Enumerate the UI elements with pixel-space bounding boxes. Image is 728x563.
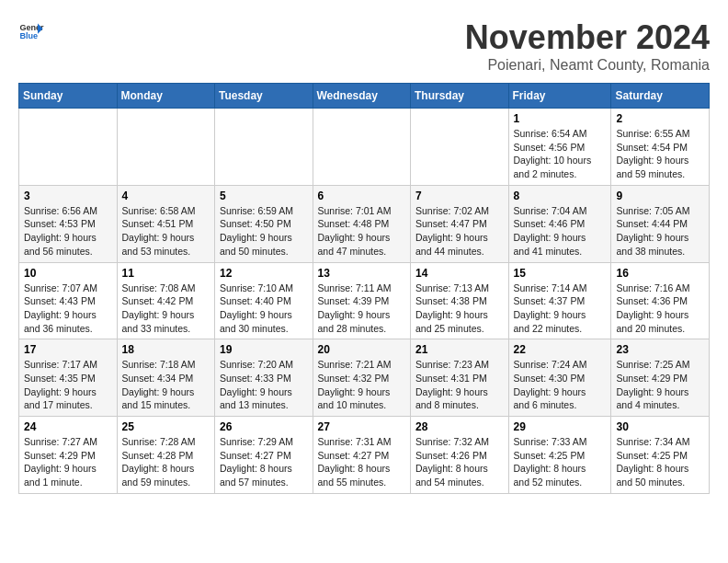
calendar-cell: 6Sunrise: 7:01 AM Sunset: 4:48 PM Daylig… xyxy=(313,185,411,262)
calendar-cell: 12Sunrise: 7:10 AM Sunset: 4:40 PM Dayli… xyxy=(215,262,313,339)
day-info: Sunrise: 7:34 AM Sunset: 4:25 PM Dayligh… xyxy=(616,435,704,489)
day-info: Sunrise: 7:13 AM Sunset: 4:38 PM Dayligh… xyxy=(415,282,504,336)
day-info: Sunrise: 7:25 AM Sunset: 4:29 PM Dayligh… xyxy=(616,358,704,412)
calendar-cell xyxy=(313,109,411,186)
calendar-cell: 4Sunrise: 6:58 AM Sunset: 4:51 PM Daylig… xyxy=(117,185,215,262)
day-number: 10 xyxy=(24,267,112,280)
calendar-cell: 19Sunrise: 7:20 AM Sunset: 4:33 PM Dayli… xyxy=(215,339,313,417)
calendar-cell: 1Sunrise: 6:54 AM Sunset: 4:56 PM Daylig… xyxy=(508,109,611,186)
day-info: Sunrise: 6:59 AM Sunset: 4:50 PM Dayligh… xyxy=(220,204,308,259)
day-info: Sunrise: 7:10 AM Sunset: 4:40 PM Dayligh… xyxy=(220,282,308,336)
day-number: 15 xyxy=(514,267,607,280)
calendar-cell: 25Sunrise: 7:28 AM Sunset: 4:28 PM Dayli… xyxy=(117,417,215,494)
day-info: Sunrise: 6:58 AM Sunset: 4:51 PM Dayligh… xyxy=(122,204,210,259)
day-number: 26 xyxy=(220,420,308,433)
calendar-cell: 30Sunrise: 7:34 AM Sunset: 4:25 PM Dayli… xyxy=(611,417,710,494)
day-number: 20 xyxy=(318,343,406,356)
calendar-cell: 16Sunrise: 7:16 AM Sunset: 4:36 PM Dayli… xyxy=(611,262,710,339)
calendar-cell: 9Sunrise: 7:05 AM Sunset: 4:44 PM Daylig… xyxy=(611,185,710,262)
day-info: Sunrise: 6:56 AM Sunset: 4:53 PM Dayligh… xyxy=(24,204,112,259)
day-info: Sunrise: 7:04 AM Sunset: 4:46 PM Dayligh… xyxy=(514,204,607,259)
day-info: Sunrise: 7:21 AM Sunset: 4:32 PM Dayligh… xyxy=(318,358,406,412)
day-number: 30 xyxy=(616,420,704,433)
day-number: 27 xyxy=(318,420,406,433)
day-number: 23 xyxy=(616,343,704,356)
day-info: Sunrise: 7:05 AM Sunset: 4:44 PM Dayligh… xyxy=(616,204,704,259)
calendar-cell: 5Sunrise: 6:59 AM Sunset: 4:50 PM Daylig… xyxy=(215,185,313,262)
calendar-cell: 18Sunrise: 7:18 AM Sunset: 4:34 PM Dayli… xyxy=(117,339,215,417)
month-title: November 2024 xyxy=(465,18,710,57)
day-number: 22 xyxy=(514,343,607,356)
calendar-cell: 24Sunrise: 7:27 AM Sunset: 4:29 PM Dayli… xyxy=(19,417,118,494)
calendar-table: SundayMondayTuesdayWednesdayThursdayFrid… xyxy=(18,83,710,494)
calendar-cell xyxy=(215,109,313,186)
calendar-cell: 3Sunrise: 6:56 AM Sunset: 4:53 PM Daylig… xyxy=(19,185,118,262)
day-info: Sunrise: 7:18 AM Sunset: 4:34 PM Dayligh… xyxy=(122,358,210,412)
calendar-cell: 29Sunrise: 7:33 AM Sunset: 4:25 PM Dayli… xyxy=(508,417,611,494)
day-number: 11 xyxy=(122,267,210,280)
header-day-tuesday: Tuesday xyxy=(215,84,313,109)
day-info: Sunrise: 7:28 AM Sunset: 4:28 PM Dayligh… xyxy=(122,435,210,489)
day-info: Sunrise: 7:01 AM Sunset: 4:48 PM Dayligh… xyxy=(318,204,406,259)
header-day-thursday: Thursday xyxy=(411,84,509,109)
day-number: 1 xyxy=(514,112,607,125)
day-info: Sunrise: 7:29 AM Sunset: 4:27 PM Dayligh… xyxy=(220,435,308,489)
day-number: 13 xyxy=(318,267,406,280)
calendar-header-row: SundayMondayTuesdayWednesdayThursdayFrid… xyxy=(19,84,710,109)
day-info: Sunrise: 7:20 AM Sunset: 4:33 PM Dayligh… xyxy=(220,358,308,412)
day-info: Sunrise: 7:33 AM Sunset: 4:25 PM Dayligh… xyxy=(514,435,607,489)
day-number: 4 xyxy=(122,190,210,202)
day-number: 6 xyxy=(318,190,406,202)
day-number: 17 xyxy=(24,343,112,356)
week-row-1: 3Sunrise: 6:56 AM Sunset: 4:53 PM Daylig… xyxy=(19,185,710,262)
calendar-cell: 26Sunrise: 7:29 AM Sunset: 4:27 PM Dayli… xyxy=(215,417,313,494)
day-number: 24 xyxy=(24,420,112,433)
day-number: 9 xyxy=(616,190,704,202)
day-info: Sunrise: 7:16 AM Sunset: 4:36 PM Dayligh… xyxy=(616,282,704,336)
calendar-cell: 13Sunrise: 7:11 AM Sunset: 4:39 PM Dayli… xyxy=(313,262,411,339)
svg-text:Blue: Blue xyxy=(19,31,38,40)
calendar-cell: 7Sunrise: 7:02 AM Sunset: 4:47 PM Daylig… xyxy=(411,185,509,262)
calendar-cell: 23Sunrise: 7:25 AM Sunset: 4:29 PM Dayli… xyxy=(611,339,710,417)
day-number: 29 xyxy=(514,420,607,433)
calendar-cell xyxy=(411,109,509,186)
calendar-cell xyxy=(19,109,118,186)
day-info: Sunrise: 7:11 AM Sunset: 4:39 PM Dayligh… xyxy=(318,282,406,336)
title-section: November 2024 Poienari, Neamt County, Ro… xyxy=(465,18,710,74)
day-number: 5 xyxy=(220,190,308,202)
day-info: Sunrise: 7:23 AM Sunset: 4:31 PM Dayligh… xyxy=(415,358,504,412)
day-number: 18 xyxy=(122,343,210,356)
day-info: Sunrise: 7:02 AM Sunset: 4:47 PM Dayligh… xyxy=(415,204,504,259)
calendar-cell: 20Sunrise: 7:21 AM Sunset: 4:32 PM Dayli… xyxy=(313,339,411,417)
week-row-2: 10Sunrise: 7:07 AM Sunset: 4:43 PM Dayli… xyxy=(19,262,710,339)
calendar-cell: 2Sunrise: 6:55 AM Sunset: 4:54 PM Daylig… xyxy=(611,109,710,186)
week-row-0: 1Sunrise: 6:54 AM Sunset: 4:56 PM Daylig… xyxy=(19,109,710,186)
day-number: 16 xyxy=(616,267,704,280)
day-info: Sunrise: 7:31 AM Sunset: 4:27 PM Dayligh… xyxy=(318,435,406,489)
day-number: 8 xyxy=(514,190,607,202)
calendar-cell: 17Sunrise: 7:17 AM Sunset: 4:35 PM Dayli… xyxy=(19,339,118,417)
day-info: Sunrise: 7:24 AM Sunset: 4:30 PM Dayligh… xyxy=(514,358,607,412)
header-day-sunday: Sunday xyxy=(19,84,118,109)
logo-icon: General Blue xyxy=(18,18,44,44)
day-number: 3 xyxy=(24,190,112,202)
header-day-friday: Friday xyxy=(508,84,611,109)
calendar-cell: 22Sunrise: 7:24 AM Sunset: 4:30 PM Dayli… xyxy=(508,339,611,417)
day-info: Sunrise: 7:27 AM Sunset: 4:29 PM Dayligh… xyxy=(24,435,112,489)
header: General Blue November 2024 Poienari, Nea… xyxy=(18,18,710,74)
calendar-cell: 21Sunrise: 7:23 AM Sunset: 4:31 PM Dayli… xyxy=(411,339,509,417)
calendar-cell: 8Sunrise: 7:04 AM Sunset: 4:46 PM Daylig… xyxy=(508,185,611,262)
day-info: Sunrise: 7:07 AM Sunset: 4:43 PM Dayligh… xyxy=(24,282,112,336)
day-info: Sunrise: 7:08 AM Sunset: 4:42 PM Dayligh… xyxy=(122,282,210,336)
day-info: Sunrise: 7:14 AM Sunset: 4:37 PM Dayligh… xyxy=(514,282,607,336)
calendar-cell: 28Sunrise: 7:32 AM Sunset: 4:26 PM Dayli… xyxy=(411,417,509,494)
logo: General Blue xyxy=(18,18,44,44)
day-number: 7 xyxy=(415,190,504,202)
calendar-cell: 15Sunrise: 7:14 AM Sunset: 4:37 PM Dayli… xyxy=(508,262,611,339)
week-row-3: 17Sunrise: 7:17 AM Sunset: 4:35 PM Dayli… xyxy=(19,339,710,417)
day-number: 14 xyxy=(415,267,504,280)
day-info: Sunrise: 7:17 AM Sunset: 4:35 PM Dayligh… xyxy=(24,358,112,412)
day-info: Sunrise: 7:32 AM Sunset: 4:26 PM Dayligh… xyxy=(415,435,504,489)
calendar-cell: 10Sunrise: 7:07 AM Sunset: 4:43 PM Dayli… xyxy=(19,262,118,339)
day-number: 2 xyxy=(616,112,704,125)
